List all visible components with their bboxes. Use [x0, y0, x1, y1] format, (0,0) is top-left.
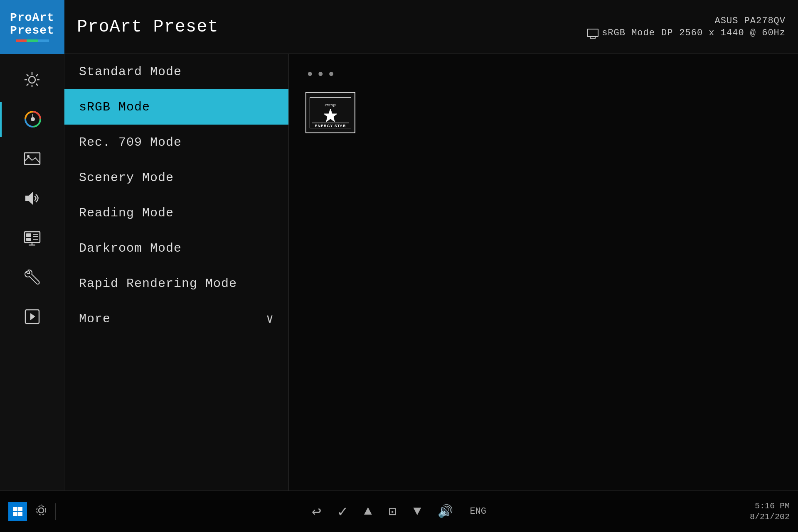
input-select-icon: [23, 228, 42, 247]
logo-box: ProArt Preset: [0, 0, 64, 54]
svg-line-6: [36, 84, 38, 86]
svg-rect-29: [13, 507, 17, 511]
language-label: ENG: [470, 506, 486, 517]
menu-item-label: Scenery Mode: [79, 171, 174, 185]
sidebar-item-image[interactable]: [0, 141, 64, 177]
wrench-icon: [23, 268, 42, 287]
down-button[interactable]: ▼: [413, 504, 421, 519]
sidebar-item-sound[interactable]: [0, 181, 64, 216]
svg-text:ENERGY STAR: ENERGY STAR: [315, 124, 346, 128]
sidebar-item-system-setup[interactable]: [0, 260, 64, 295]
svg-line-7: [36, 74, 38, 76]
svg-text:energy: energy: [325, 103, 336, 107]
logo-line2: Preset: [10, 25, 54, 37]
menu-item-rec709-mode[interactable]: Rec. 709 Mode: [64, 125, 288, 160]
menu-item-darkroom-mode[interactable]: Darkroom Mode: [64, 230, 288, 266]
page-title: ProArt Preset: [77, 17, 219, 37]
sidebar-item-shortcut[interactable]: [0, 299, 64, 334]
back-button[interactable]: ↩: [312, 502, 321, 521]
divider-1: [578, 54, 578, 490]
svg-rect-31: [13, 512, 17, 516]
menu-item-label: Rapid Rendering Mode: [79, 277, 237, 291]
svg-point-34: [37, 506, 46, 515]
menu-item-label: sRGB Mode: [79, 100, 150, 114]
svg-rect-32: [18, 512, 22, 516]
sidebar-item-proart-preset[interactable]: [0, 102, 64, 137]
volume-button[interactable]: 🔊: [438, 504, 453, 519]
main-area: Standard Mode sRGB Mode Rec. 709 Mode Sc…: [0, 54, 798, 490]
submenu-panel: Standard Mode sRGB Mode Rec. 709 Mode Sc…: [64, 54, 289, 490]
current-mode: sRGB Mode: [602, 28, 655, 38]
sidebar-item-brightness[interactable]: [0, 62, 64, 98]
brightness-icon: [23, 71, 42, 89]
up-button[interactable]: ▲: [364, 504, 372, 519]
svg-rect-30: [18, 507, 22, 511]
taskbar-gear-button[interactable]: [33, 503, 49, 520]
chevron-down-icon: ∨: [266, 311, 274, 326]
content-area: ••• energy ENERGY STAR: [289, 54, 798, 490]
confirm-button[interactable]: ✓: [338, 502, 347, 521]
model-name: ASUS PA278QV: [587, 16, 786, 26]
monitor-icon: [587, 29, 598, 37]
menu-item-reading-mode[interactable]: Reading Mode: [64, 195, 288, 230]
header-info: ASUS PA278QV sRGB Mode DP 2560 x 1440 @ …: [587, 16, 786, 38]
menu-item-standard-mode[interactable]: Standard Mode: [64, 54, 288, 89]
windows-button[interactable]: [8, 502, 27, 521]
energy-star-svg: energy ENERGY STAR: [310, 97, 351, 128]
resolution: 2560 x 1440 @ 60Hz: [679, 28, 786, 38]
svg-line-5: [27, 74, 29, 76]
proart-preset-icon: [24, 110, 42, 129]
svg-point-10: [31, 117, 35, 121]
taskbar: ↩ ✓ ▲ ⊡ ▼ 🔊 ENG 5:16 PM 8/21/202: [0, 490, 798, 532]
gear-icon: [33, 503, 49, 518]
sidebar-item-input-select[interactable]: [0, 220, 64, 255]
menu-item-label: Standard Mode: [79, 65, 182, 79]
svg-point-13: [27, 155, 30, 157]
date-display: 8/21/202: [750, 512, 790, 522]
svg-rect-16: [26, 233, 31, 237]
connection-type: DP: [661, 28, 673, 38]
taskbar-left-divider: [55, 503, 56, 520]
menu-item-label: Rec. 709 Mode: [79, 135, 182, 150]
menu-item-scenery-mode[interactable]: Scenery Mode: [64, 160, 288, 195]
shortcut-icon: [23, 307, 42, 326]
svg-rect-17: [26, 238, 31, 241]
time-display: 5:16 PM: [755, 501, 790, 511]
ellipsis-dots: •••: [305, 66, 337, 83]
menu-item-label: Darkroom Mode: [79, 241, 182, 255]
menu-item-rapid-rendering-mode[interactable]: Rapid Rendering Mode: [64, 266, 288, 301]
taskbar-center: ↩ ✓ ▲ ⊡ ▼ 🔊 ENG: [312, 502, 486, 521]
logo-line1: ProArt: [10, 12, 54, 25]
image-icon: [23, 150, 42, 168]
svg-point-33: [39, 508, 44, 513]
taskbar-left: [8, 502, 56, 521]
taskbar-time: 5:16 PM 8/21/202: [750, 501, 790, 522]
mode-badge: sRGB Mode: [587, 28, 655, 38]
logo-color-bar: [16, 39, 49, 42]
header-specs: sRGB Mode DP 2560 x 1440 @ 60Hz: [587, 28, 786, 38]
energy-star-badge: energy ENERGY STAR: [305, 92, 355, 133]
svg-point-0: [29, 76, 35, 83]
menu-item-srgb-mode[interactable]: sRGB Mode: [64, 89, 288, 125]
sidebar: [0, 54, 64, 490]
header: ProArt Preset ProArt Preset ASUS PA278QV…: [0, 0, 798, 54]
svg-marker-14: [25, 192, 33, 205]
svg-line-8: [27, 84, 29, 86]
menu-item-label: Reading Mode: [79, 206, 174, 220]
screen-button[interactable]: ⊡: [389, 503, 397, 520]
taskbar-right: 5:16 PM 8/21/202: [750, 501, 790, 522]
windows-icon: [13, 507, 23, 517]
menu-item-label: More: [79, 312, 111, 326]
sound-icon: [23, 189, 42, 208]
menu-item-more[interactable]: More ∨: [64, 301, 288, 336]
